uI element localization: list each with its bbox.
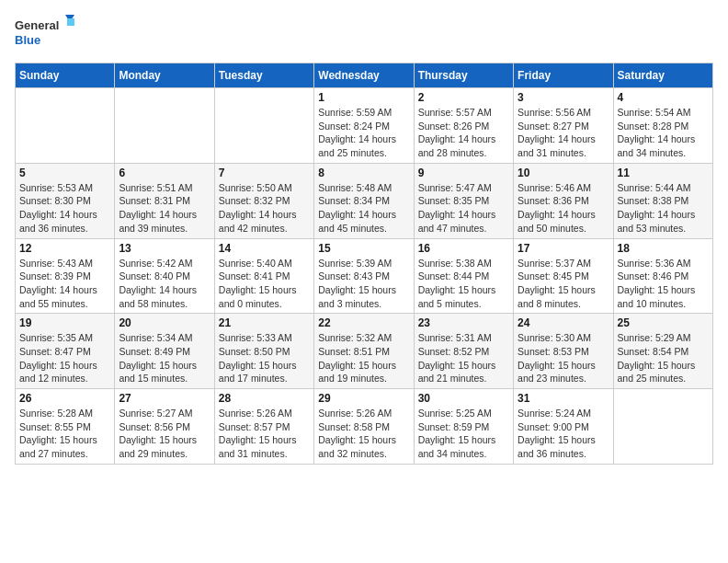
- calendar-cell: 7Sunrise: 5:50 AMSunset: 8:32 PMDaylight…: [214, 163, 313, 238]
- calendar-cell: 21Sunrise: 5:33 AMSunset: 8:50 PMDayligh…: [214, 314, 313, 389]
- day-number: 15: [318, 242, 409, 255]
- calendar-cell: 27Sunrise: 5:27 AMSunset: 8:56 PMDayligh…: [115, 389, 214, 465]
- calendar-cell: 12Sunrise: 5:43 AMSunset: 8:39 PMDayligh…: [16, 238, 115, 314]
- day-number: 22: [318, 316, 409, 329]
- day-info: Sunrise: 5:27 AMSunset: 8:56 PMDaylight:…: [119, 407, 210, 461]
- day-number: 10: [518, 167, 609, 179]
- calendar-cell: 3Sunrise: 5:56 AMSunset: 8:27 PMDaylight…: [514, 88, 613, 164]
- day-number: 9: [418, 167, 509, 179]
- day-info: Sunrise: 5:50 AMSunset: 8:32 PMDaylight:…: [219, 181, 310, 236]
- day-header-monday: Monday: [115, 63, 214, 88]
- day-number: 27: [119, 392, 210, 405]
- day-header-tuesday: Tuesday: [214, 63, 313, 88]
- day-number: 23: [418, 316, 509, 329]
- calendar-cell: 11Sunrise: 5:44 AMSunset: 8:38 PMDayligh…: [613, 163, 712, 238]
- calendar-cell: 14Sunrise: 5:40 AMSunset: 8:41 PMDayligh…: [214, 238, 313, 314]
- day-info: Sunrise: 5:46 AMSunset: 8:36 PMDaylight:…: [518, 181, 609, 236]
- day-info: Sunrise: 5:34 AMSunset: 8:49 PMDaylight:…: [119, 331, 210, 385]
- day-info: Sunrise: 5:38 AMSunset: 8:44 PMDaylight:…: [418, 257, 509, 311]
- day-info: Sunrise: 5:33 AMSunset: 8:50 PMDaylight:…: [219, 331, 310, 385]
- day-number: 29: [318, 392, 409, 405]
- day-number: 6: [119, 167, 210, 179]
- calendar-cell: 15Sunrise: 5:39 AMSunset: 8:43 PMDayligh…: [314, 238, 414, 314]
- day-info: Sunrise: 5:31 AMSunset: 8:52 PMDaylight:…: [418, 331, 509, 385]
- day-info: Sunrise: 5:36 AMSunset: 8:46 PMDaylight:…: [618, 257, 709, 311]
- calendar-cell: 6Sunrise: 5:51 AMSunset: 8:31 PMDaylight…: [115, 163, 214, 238]
- day-number: 1: [318, 91, 409, 104]
- calendar-cell: 1Sunrise: 5:59 AMSunset: 8:24 PMDaylight…: [314, 88, 414, 164]
- day-number: 8: [318, 167, 409, 179]
- day-info: Sunrise: 5:26 AMSunset: 8:57 PMDaylight:…: [219, 407, 310, 461]
- calendar-cell: 9Sunrise: 5:47 AMSunset: 8:35 PMDaylight…: [414, 163, 513, 238]
- day-info: Sunrise: 5:29 AMSunset: 8:54 PMDaylight:…: [618, 331, 709, 385]
- calendar-cell: 8Sunrise: 5:48 AMSunset: 8:34 PMDaylight…: [314, 163, 414, 238]
- day-info: Sunrise: 5:53 AMSunset: 8:30 PMDaylight:…: [19, 181, 110, 236]
- calendar-cell: 24Sunrise: 5:30 AMSunset: 8:53 PMDayligh…: [514, 314, 613, 389]
- day-number: 13: [119, 242, 210, 255]
- day-number: 26: [19, 392, 110, 405]
- calendar-cell: 31Sunrise: 5:24 AMSunset: 9:00 PMDayligh…: [514, 389, 613, 465]
- day-info: Sunrise: 5:26 AMSunset: 8:58 PMDaylight:…: [318, 407, 409, 461]
- day-number: 19: [19, 316, 110, 329]
- day-info: Sunrise: 5:51 AMSunset: 8:31 PMDaylight:…: [119, 181, 210, 236]
- calendar-cell: 28Sunrise: 5:26 AMSunset: 8:57 PMDayligh…: [214, 389, 313, 465]
- day-number: 25: [618, 316, 709, 329]
- day-number: 5: [19, 167, 110, 179]
- day-info: Sunrise: 5:43 AMSunset: 8:39 PMDaylight:…: [19, 257, 110, 311]
- day-number: 28: [219, 392, 310, 405]
- svg-marker-3: [67, 18, 74, 26]
- calendar-cell: 22Sunrise: 5:32 AMSunset: 8:51 PMDayligh…: [314, 314, 414, 389]
- calendar-cell: 26Sunrise: 5:28 AMSunset: 8:55 PMDayligh…: [16, 389, 115, 465]
- day-info: Sunrise: 5:25 AMSunset: 8:59 PMDaylight:…: [418, 407, 509, 461]
- day-number: 3: [518, 91, 609, 104]
- calendar-cell: [613, 389, 712, 465]
- calendar-cell: [115, 88, 214, 164]
- day-info: Sunrise: 5:56 AMSunset: 8:27 PMDaylight:…: [518, 106, 609, 160]
- day-number: 12: [19, 242, 110, 255]
- day-header-saturday: Saturday: [613, 63, 712, 88]
- day-header-thursday: Thursday: [414, 63, 513, 88]
- calendar-cell: 18Sunrise: 5:36 AMSunset: 8:46 PMDayligh…: [613, 238, 712, 314]
- day-info: Sunrise: 5:59 AMSunset: 8:24 PMDaylight:…: [318, 106, 409, 160]
- day-info: Sunrise: 5:44 AMSunset: 8:38 PMDaylight:…: [618, 181, 709, 236]
- day-info: Sunrise: 5:48 AMSunset: 8:34 PMDaylight:…: [318, 181, 409, 236]
- day-number: 17: [518, 242, 609, 255]
- calendar-cell: 19Sunrise: 5:35 AMSunset: 8:47 PMDayligh…: [16, 314, 115, 389]
- day-info: Sunrise: 5:24 AMSunset: 9:00 PMDaylight:…: [518, 407, 609, 461]
- calendar-table: SundayMondayTuesdayWednesdayThursdayFrid…: [15, 63, 713, 465]
- day-info: Sunrise: 5:39 AMSunset: 8:43 PMDaylight:…: [318, 257, 409, 311]
- calendar-week-row: 1Sunrise: 5:59 AMSunset: 8:24 PMDaylight…: [16, 88, 713, 164]
- calendar-cell: [214, 88, 313, 164]
- calendar-cell: 29Sunrise: 5:26 AMSunset: 8:58 PMDayligh…: [314, 389, 414, 465]
- calendar-week-row: 19Sunrise: 5:35 AMSunset: 8:47 PMDayligh…: [16, 314, 713, 389]
- logo: General Blue: [15, 15, 79, 55]
- calendar-cell: 5Sunrise: 5:53 AMSunset: 8:30 PMDaylight…: [16, 163, 115, 238]
- calendar-cell: 20Sunrise: 5:34 AMSunset: 8:49 PMDayligh…: [115, 314, 214, 389]
- day-info: Sunrise: 5:28 AMSunset: 8:55 PMDaylight:…: [19, 407, 110, 461]
- day-info: Sunrise: 5:47 AMSunset: 8:35 PMDaylight:…: [418, 181, 509, 236]
- day-number: 24: [518, 316, 609, 329]
- day-number: 11: [618, 167, 709, 179]
- calendar-header-row: SundayMondayTuesdayWednesdayThursdayFrid…: [16, 63, 713, 88]
- day-info: Sunrise: 5:32 AMSunset: 8:51 PMDaylight:…: [318, 331, 409, 385]
- calendar-week-row: 5Sunrise: 5:53 AMSunset: 8:30 PMDaylight…: [16, 163, 713, 238]
- calendar-cell: 2Sunrise: 5:57 AMSunset: 8:26 PMDaylight…: [414, 88, 513, 164]
- logo-svg: General Blue: [15, 15, 79, 55]
- day-info: Sunrise: 5:40 AMSunset: 8:41 PMDaylight:…: [219, 257, 310, 311]
- calendar-week-row: 12Sunrise: 5:43 AMSunset: 8:39 PMDayligh…: [16, 238, 713, 314]
- day-info: Sunrise: 5:54 AMSunset: 8:28 PMDaylight:…: [618, 106, 709, 160]
- svg-text:Blue: Blue: [15, 33, 40, 47]
- day-info: Sunrise: 5:57 AMSunset: 8:26 PMDaylight:…: [418, 106, 509, 160]
- day-number: 21: [219, 316, 310, 329]
- calendar-cell: 4Sunrise: 5:54 AMSunset: 8:28 PMDaylight…: [613, 88, 712, 164]
- calendar-cell: 10Sunrise: 5:46 AMSunset: 8:36 PMDayligh…: [514, 163, 613, 238]
- calendar-cell: [16, 88, 115, 164]
- calendar-cell: 13Sunrise: 5:42 AMSunset: 8:40 PMDayligh…: [115, 238, 214, 314]
- svg-text:General: General: [15, 18, 59, 32]
- day-info: Sunrise: 5:37 AMSunset: 8:45 PMDaylight:…: [518, 257, 609, 311]
- day-info: Sunrise: 5:35 AMSunset: 8:47 PMDaylight:…: [19, 331, 110, 385]
- day-header-friday: Friday: [514, 63, 613, 88]
- calendar-week-row: 26Sunrise: 5:28 AMSunset: 8:55 PMDayligh…: [16, 389, 713, 465]
- day-number: 20: [119, 316, 210, 329]
- day-number: 14: [219, 242, 310, 255]
